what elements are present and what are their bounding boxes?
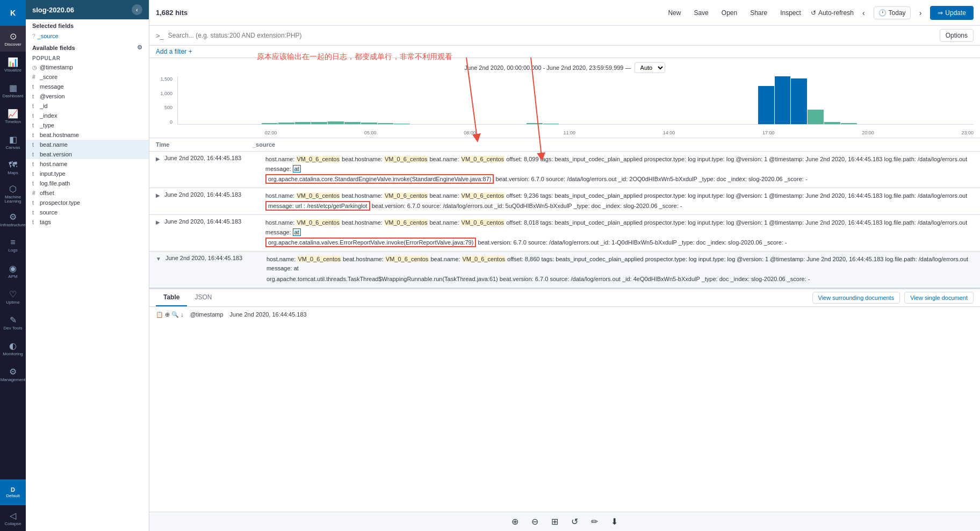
results-area[interactable]: Time _source ▶ June 2nd 2020, 16:44:45.1… bbox=[149, 138, 980, 512]
maps-icon: 🗺 bbox=[9, 160, 17, 170]
list-item[interactable]: t tags bbox=[26, 217, 149, 227]
sidebar-item-devtools[interactable]: ✎ Dev Tools bbox=[0, 310, 26, 335]
expand-button[interactable]: ▼ bbox=[156, 256, 161, 262]
list-item[interactable]: t @version bbox=[26, 91, 149, 101]
uptime-icon: ♡ bbox=[9, 289, 17, 299]
tab-actions: View surrounding documents View single d… bbox=[812, 292, 974, 304]
selected-field-source[interactable]: ? _source bbox=[26, 31, 149, 41]
result-source: host.name: VM_0_6_centos beat.hostname: … bbox=[265, 155, 974, 184]
kibana-logo[interactable]: K bbox=[0, 0, 26, 26]
table-row: ▼ June 2nd 2020, 16:44:45.183 host.name:… bbox=[149, 252, 980, 288]
chart-bar bbox=[543, 124, 559, 124]
list-item[interactable]: t prospector.type bbox=[26, 198, 149, 207]
tab-row: Table JSON View surrounding documents Vi… bbox=[149, 289, 980, 307]
gear-icon[interactable]: ⚙ bbox=[137, 44, 142, 51]
bottom-tabs: Table JSON View surrounding documents Vi… bbox=[149, 288, 980, 322]
expand-button[interactable]: ▶ bbox=[156, 156, 160, 162]
field-list: Popular ◷ @timestamp # _score t message … bbox=[26, 53, 149, 227]
sidebar-item-management[interactable]: ⚙ Management bbox=[0, 361, 26, 387]
share-button[interactable]: Share bbox=[747, 7, 770, 19]
tab-buttons: Table JSON bbox=[156, 289, 219, 306]
view-single-button[interactable]: View single document bbox=[904, 292, 974, 304]
list-item[interactable]: t log.file.path bbox=[26, 178, 149, 188]
list-item[interactable]: t beat.hostname bbox=[26, 130, 149, 140]
time-back-button[interactable]: ‹ bbox=[860, 6, 867, 19]
chart-bar bbox=[758, 86, 774, 124]
sidebar-item-monitoring[interactable]: ◐ Monitoring bbox=[0, 335, 26, 361]
time-forward-button[interactable]: › bbox=[917, 6, 924, 19]
field-name: @timestamp bbox=[190, 311, 224, 318]
sidebar-item-infrastructure[interactable]: ⚙ Infrastructure bbox=[0, 206, 26, 232]
sidebar-item-canvas[interactable]: ◧ Canvas bbox=[0, 129, 26, 155]
sidebar-collapse-btn[interactable]: ‹ bbox=[132, 4, 142, 15]
interval-select[interactable]: Auto bbox=[635, 62, 665, 73]
sidebar-item-collapse[interactable]: ◁ Collapse bbox=[0, 505, 26, 531]
add-filter-button[interactable]: Add a filter + bbox=[156, 48, 192, 55]
open-button[interactable]: Open bbox=[718, 7, 740, 19]
download-button[interactable]: ⬇ bbox=[609, 514, 620, 529]
sidebar-item-apm[interactable]: ◉ APM bbox=[0, 258, 26, 284]
list-item[interactable]: t source bbox=[26, 207, 149, 217]
top-actions: New Save Open Share Inspect ↺ Auto-refre… bbox=[665, 6, 974, 20]
sidebar-item-timelion[interactable]: 📈 Timelion bbox=[0, 103, 26, 129]
field-icons: 📋 ⊕ 🔍 ↓ bbox=[156, 311, 184, 318]
result-source: host.name: VM_0_6_centos beat.hostname: … bbox=[265, 218, 974, 248]
list-item[interactable]: t _type bbox=[26, 120, 149, 130]
refresh-icon: ↺ bbox=[811, 9, 816, 17]
sidebar-item-dashboard[interactable]: ▦ Dashboard bbox=[0, 77, 26, 103]
refresh-button[interactable]: ↺ bbox=[569, 514, 580, 529]
list-item[interactable]: t beat.version bbox=[26, 149, 149, 159]
edit-button[interactable]: ✏ bbox=[589, 514, 600, 529]
bottom-toolbar: ⊕ ⊖ ⊞ ↺ ✏ ⬇ bbox=[149, 512, 980, 531]
tab-json[interactable]: JSON bbox=[187, 289, 219, 306]
grid-button[interactable]: ⊞ bbox=[549, 514, 560, 529]
today-button[interactable]: 🕐 Today bbox=[874, 6, 911, 19]
sidebar-item-maps[interactable]: 🗺 Maps bbox=[0, 155, 26, 181]
save-button[interactable]: Save bbox=[690, 7, 711, 19]
chart-bar bbox=[262, 123, 278, 124]
new-button[interactable]: New bbox=[665, 7, 684, 19]
auto-refresh-btn[interactable]: ↺ Auto-refresh bbox=[811, 9, 854, 17]
index-pattern[interactable]: slog-2020.06 ‹ bbox=[26, 0, 149, 19]
logo-text: K bbox=[10, 9, 16, 17]
chart-bar bbox=[394, 124, 410, 124]
chart-header: June 2nd 2020, 00:00:00.000 - June 2nd 2… bbox=[156, 62, 974, 73]
management-icon: ⚙ bbox=[9, 367, 17, 377]
chart-bar bbox=[824, 122, 840, 124]
list-item[interactable]: t host.name bbox=[26, 159, 149, 169]
list-item[interactable]: # offset bbox=[26, 188, 149, 198]
list-item[interactable]: # _score bbox=[26, 72, 149, 82]
expand-button[interactable]: ▶ bbox=[156, 192, 160, 198]
table-row: ▶ June 2nd 2020, 16:44:45.183 host.name:… bbox=[149, 215, 980, 252]
sidebar-item-visualize[interactable]: 📊 Visualize bbox=[0, 52, 26, 77]
list-item[interactable]: t _id bbox=[26, 101, 149, 111]
view-surrounding-button[interactable]: View surrounding documents bbox=[812, 292, 900, 304]
search-input[interactable] bbox=[168, 32, 935, 39]
zoom-out-button[interactable]: ⊖ bbox=[529, 514, 541, 529]
options-button[interactable]: Options bbox=[940, 29, 974, 42]
filter-bar: Add a filter + bbox=[149, 46, 980, 58]
sidebar-item-logs[interactable]: ≡ Logs bbox=[0, 232, 26, 258]
sidebar-item-discover[interactable]: ⊙ Discover bbox=[0, 26, 26, 52]
y-axis: 1,500 1,000 500 0 bbox=[156, 76, 175, 125]
update-button[interactable]: ⇒ Update bbox=[930, 6, 974, 20]
collapse-icon: ◁ bbox=[10, 511, 16, 521]
list-item[interactable]: ◷ @timestamp bbox=[26, 62, 149, 72]
list-item[interactable]: t _index bbox=[26, 111, 149, 120]
sidebar-item-ml[interactable]: ⬡ Machine Learning bbox=[0, 181, 26, 206]
sidebar-item-default[interactable]: D Default bbox=[0, 479, 26, 505]
discover-icon: ⊙ bbox=[10, 31, 17, 41]
list-item[interactable]: t input.type bbox=[26, 169, 149, 178]
timelion-icon: 📈 bbox=[8, 109, 18, 119]
expand-button[interactable]: ▶ bbox=[156, 219, 160, 225]
zoom-in-button[interactable]: ⊕ bbox=[509, 514, 521, 529]
tab-table[interactable]: Table bbox=[156, 289, 187, 306]
results-header: Time _source bbox=[149, 138, 980, 152]
visualize-icon: 📊 bbox=[8, 57, 18, 67]
result-time: June 2nd 2020, 16:44:45.183 bbox=[165, 255, 262, 261]
list-item[interactable]: t beat.name bbox=[26, 140, 149, 149]
inspect-button[interactable]: Inspect bbox=[777, 7, 804, 19]
chart-bar bbox=[361, 123, 377, 124]
list-item[interactable]: t message bbox=[26, 82, 149, 91]
sidebar-item-uptime[interactable]: ♡ Uptime bbox=[0, 284, 26, 310]
